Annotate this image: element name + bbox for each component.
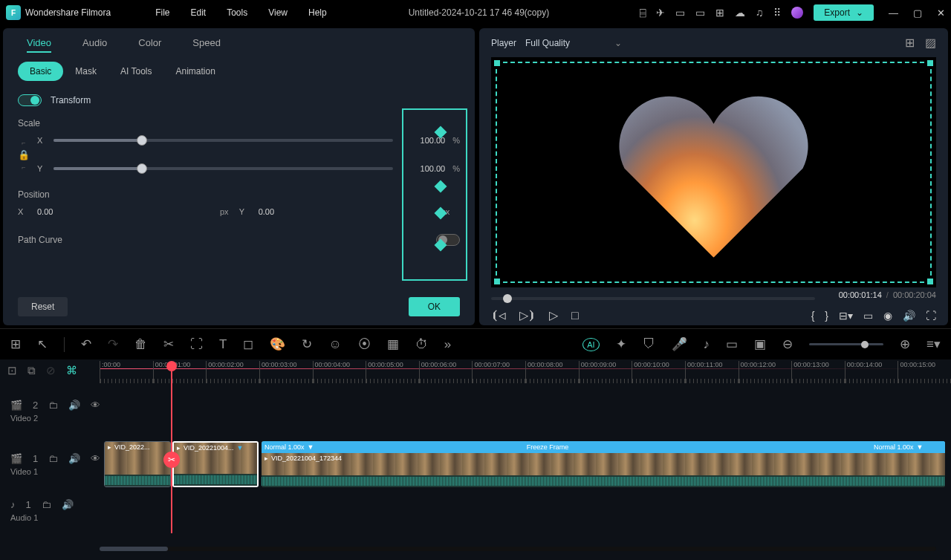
zoom-slider[interactable] [809, 343, 883, 345]
timeline-ruler[interactable]: :00:00 00:00:01:00 00:00:02:00 00:00:03:… [100, 361, 951, 383]
track-body-a1[interactable] [100, 492, 951, 529]
volume-icon[interactable]: 🔊 [903, 310, 915, 322]
folder-icon[interactable]: 🗀 [42, 499, 51, 510]
pointer-icon[interactable]: ↖ [37, 336, 48, 352]
menu-help[interactable]: Help [308, 7, 327, 18]
close-button[interactable]: ✕ [937, 7, 945, 19]
handle-bl[interactable] [494, 279, 500, 284]
crop-icon[interactable]: ⛶ [190, 337, 203, 352]
palette-icon[interactable]: 🎨 [270, 336, 285, 352]
undo-icon[interactable]: ↶ [81, 336, 91, 352]
scrollbar-thumb[interactable] [100, 547, 168, 551]
layout-icon[interactable]: ≡▾ [926, 336, 941, 352]
message-icon[interactable]: ▭ [675, 7, 685, 19]
face-icon[interactable]: ☺ [328, 337, 341, 352]
maximize-button[interactable]: ▢ [913, 7, 922, 19]
playhead-head-icon[interactable] [166, 361, 177, 371]
handle-tr[interactable] [927, 60, 933, 66]
scale-x-slider[interactable] [53, 139, 393, 142]
minimize-button[interactable]: ― [889, 7, 898, 19]
export-button[interactable]: Export ⌄ [814, 4, 874, 21]
display-icon[interactable]: ▭ [863, 310, 873, 322]
avatar-icon[interactable] [791, 7, 803, 19]
folder-icon[interactable]: 🗀 [48, 453, 58, 464]
tab-video[interactable]: Video [27, 37, 51, 53]
progress-thumb[interactable] [503, 294, 512, 303]
transform-toggle[interactable] [18, 94, 42, 106]
clip-a[interactable]: ▸VID_2022... [104, 441, 171, 487]
menu-tools[interactable]: Tools [227, 7, 247, 18]
subtab-aitools[interactable]: AI Tools [108, 62, 163, 81]
reset-button[interactable]: Reset [18, 297, 68, 316]
link-xy-icon[interactable]: 🔒 [18, 149, 30, 160]
scale-y-slider[interactable] [53, 167, 393, 170]
pin-icon[interactable]: ⊡ [7, 364, 17, 377]
tab-color[interactable]: Color [138, 37, 161, 53]
menu-file[interactable]: File [155, 7, 169, 18]
subtab-mask[interactable]: Mask [63, 62, 108, 81]
shield-icon[interactable]: ⛉ [643, 337, 655, 352]
play-button[interactable]: ▷ [549, 308, 558, 322]
ok-button[interactable]: OK [409, 297, 460, 316]
cut-icon[interactable]: ✂ [163, 336, 174, 352]
shape-icon[interactable]: ◻ [243, 336, 253, 352]
menu-view[interactable]: View [268, 7, 288, 18]
record-icon[interactable]: ⦿ [358, 337, 371, 352]
refresh-icon[interactable]: ↻ [302, 336, 312, 352]
playhead[interactable]: ✂ [171, 362, 172, 533]
play-next-button[interactable]: ▷⦘ [519, 308, 536, 322]
brace-open-icon[interactable]: { [811, 310, 815, 322]
track-body-v1[interactable]: ▸VID_2022... ▸VID_20221004...▼ Normal 1.… [100, 438, 951, 490]
subtab-basic[interactable]: Basic [18, 62, 63, 81]
tab-speed[interactable]: Speed [192, 37, 221, 53]
mute-icon[interactable]: 🔊 [68, 453, 80, 464]
zoom-in-icon[interactable]: ⊕ [900, 336, 910, 352]
stop-button[interactable]: □ [571, 309, 579, 322]
playback-progress[interactable] [491, 297, 815, 300]
more-icon[interactable]: » [444, 337, 451, 352]
screen-icon[interactable]: ▭ [695, 7, 705, 19]
timeline-scrollbar[interactable] [100, 547, 936, 551]
clip-b-selected[interactable]: ▸VID_20221004...▼ [172, 441, 259, 487]
ratio-icon[interactable]: ⊟▾ [839, 310, 853, 322]
mic-icon[interactable]: 🎤 [672, 336, 687, 352]
tab-audio[interactable]: Audio [82, 37, 107, 53]
overlay-icon[interactable]: ▭ [726, 336, 738, 352]
grid-icon[interactable]: ⠿ [773, 7, 781, 19]
track-body-v2[interactable] [100, 385, 951, 437]
menu-edit[interactable]: Edit [191, 7, 207, 18]
preview-canvas[interactable] [491, 57, 936, 287]
pos-x-value[interactable]: 0.00 [34, 206, 212, 218]
music-icon[interactable]: ♪ [704, 337, 710, 352]
camera-icon[interactable]: ◉ [883, 310, 892, 322]
playhead-cut-icon[interactable]: ✂ [163, 452, 180, 468]
calc-icon[interactable]: ▦ [387, 336, 399, 352]
handle-br[interactable] [927, 279, 933, 284]
zoom-out-icon[interactable]: ⊖ [782, 336, 793, 352]
app-icon[interactable]: ⊞ [715, 7, 724, 19]
sparkle-icon[interactable]: ✦ [616, 336, 626, 352]
image-view-icon[interactable]: ▨ [925, 36, 936, 50]
redo-icon[interactable]: ↷ [108, 336, 118, 352]
fullscreen-icon[interactable]: ⛶ [926, 310, 936, 322]
link-track-icon[interactable]: ⧉ [27, 364, 36, 377]
delete-icon[interactable]: 🗑 [134, 337, 147, 352]
modules-icon[interactable]: ⊞ [10, 336, 21, 352]
magnet-icon[interactable]: ⌘ [66, 364, 77, 377]
cloud-icon[interactable]: ☁ [735, 7, 745, 19]
clip-c[interactable]: Normal 1.00x▼ Freeze Frame Normal 1.00x▼… [262, 441, 945, 487]
ai-badge-icon[interactable]: AI [582, 338, 599, 351]
grid-view-icon[interactable]: ⊞ [905, 36, 915, 50]
handle-tl[interactable] [494, 60, 500, 66]
headphones-icon[interactable]: ♫ [756, 7, 764, 19]
folder-icon[interactable]: 🗀 [48, 400, 58, 411]
text-icon[interactable]: T [219, 337, 227, 352]
prev-frame-button[interactable]: ⦗◁ [491, 308, 506, 322]
mute-icon[interactable]: 🔊 [68, 400, 80, 411]
unlink-icon[interactable]: ⊘ [46, 364, 56, 377]
frame-icon[interactable]: ▣ [754, 336, 766, 352]
brace-close-icon[interactable]: } [825, 310, 828, 322]
timer-icon[interactable]: ⏱ [415, 337, 428, 352]
quality-dropdown[interactable]: Full Quality ⌄ [525, 36, 622, 50]
subtab-animation[interactable]: Animation [163, 62, 227, 81]
